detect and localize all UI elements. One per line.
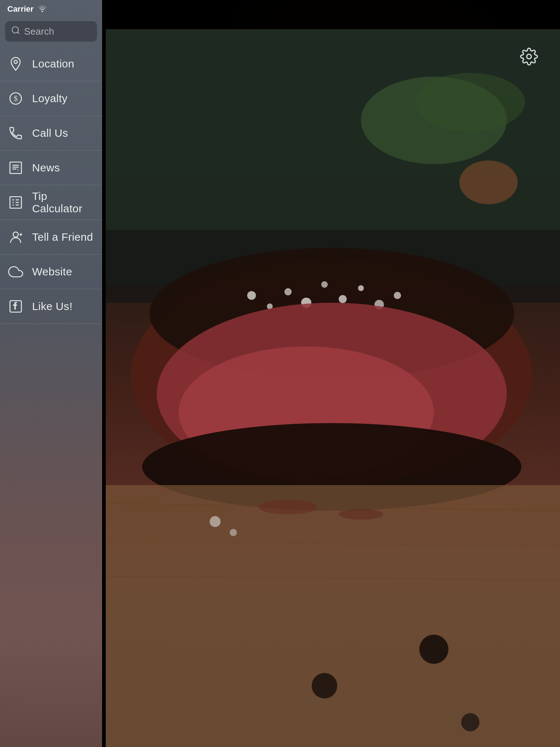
svg-point-12 [339,295,347,303]
svg-point-15 [394,292,401,299]
carrier-label: Carrier [7,4,34,14]
sidebar-item-tip-calculator[interactable]: Tip Calculator [0,185,102,220]
search-input[interactable] [24,26,143,37]
svg-rect-19 [106,485,560,747]
search-bar[interactable] [5,21,97,42]
svg-point-28 [259,500,317,514]
friend-icon [7,229,24,245]
svg-point-30 [527,54,532,59]
svg-point-11 [321,281,328,288]
svg-point-13 [358,285,364,291]
wifi-icon [37,4,47,14]
sidebar-item-location[interactable]: Location [0,47,102,81]
svg-point-2 [416,73,525,131]
sidebar-item-news[interactable]: ! News [0,151,102,185]
svg-rect-34 [10,162,22,174]
website-label: Website [32,266,72,278]
steak-visual [106,29,560,747]
svg-point-23 [210,516,221,527]
steak-image-area [106,29,560,747]
svg-point-3 [459,160,518,204]
svg-point-47 [13,232,18,237]
status-bar: Carrier [0,0,102,18]
sidebar-item-website[interactable]: Website [0,255,102,289]
settings-button[interactable] [516,44,542,69]
loyalty-icon: $ [7,90,24,107]
tell-a-friend-label: Tell a Friend [32,231,93,243]
menu-list: Location $ Loyalty Call Us [0,47,102,747]
loyalty-label: Loyalty [32,92,67,105]
sidebar-item-call-us[interactable]: Call Us [0,116,102,151]
svg-text:!: ! [17,168,18,173]
sidebar-item-loyalty[interactable]: $ Loyalty [0,81,102,116]
svg-point-24 [230,529,237,536]
like-us-label: Like Us! [32,300,73,313]
cloud-icon [7,263,24,280]
svg-text:$: $ [14,94,18,103]
svg-point-9 [284,288,292,295]
news-icon: ! [7,159,24,176]
phone-icon [7,125,24,142]
svg-point-27 [461,713,479,731]
svg-point-26 [419,635,448,664]
gear-icon [520,47,538,66]
svg-point-25 [312,673,337,698]
svg-point-29 [339,509,383,520]
calculator-icon [7,194,24,211]
svg-point-31 [12,27,18,33]
facebook-icon [7,298,24,315]
location-icon [7,55,24,72]
call-us-label: Call Us [32,127,68,139]
sidebar-item-like-us[interactable]: Like Us! [0,289,102,324]
news-label: News [32,162,60,174]
sidebar: Carrier Locat [0,0,102,747]
tip-calculator-label: Tip Calculator [32,190,95,215]
location-label: Location [32,58,74,70]
svg-point-7 [247,291,256,300]
search-icon [11,26,20,37]
sidebar-item-tell-a-friend[interactable]: Tell a Friend [0,220,102,255]
